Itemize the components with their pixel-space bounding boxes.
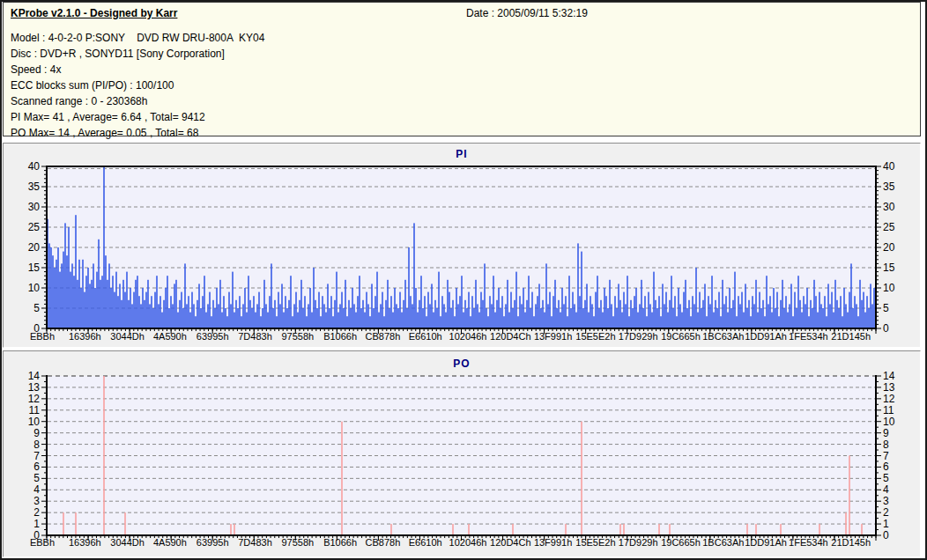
- svg-text:1: 1: [883, 518, 889, 530]
- svg-text:E6610h: E6610h: [409, 331, 442, 342]
- svg-text:EBBh: EBBh: [30, 331, 55, 342]
- svg-text:19C665h: 19C665h: [661, 537, 701, 548]
- svg-text:35: 35: [28, 181, 41, 193]
- kprobe-window: KProbe v2.1.0 - Designed by Karr Date : …: [0, 0, 927, 560]
- svg-text:1FE534h: 1FE534h: [789, 537, 828, 548]
- svg-text:EBBh: EBBh: [30, 537, 55, 548]
- svg-text:15E5E2h: 15E5E2h: [575, 331, 615, 342]
- svg-text:10: 10: [883, 416, 895, 428]
- svg-text:B1066h: B1066h: [323, 331, 357, 342]
- svg-text:11: 11: [29, 404, 41, 416]
- svg-text:1: 1: [33, 518, 40, 530]
- svg-text:25: 25: [28, 221, 41, 233]
- info-ecc-blocks: ECC blocks sum (PI/PO) : 100/100: [11, 79, 174, 92]
- svg-text:16396h: 16396h: [69, 331, 101, 342]
- pi-chart: 00551010151520202525303035354040EBBh1639…: [4, 144, 920, 347]
- svg-text:13: 13: [28, 381, 41, 394]
- svg-text:13F991h: 13F991h: [534, 331, 572, 342]
- svg-text:10: 10: [28, 282, 41, 294]
- info-scanned-range: Scanned range : 0 - 230368h: [11, 95, 147, 107]
- svg-text:CB878h: CB878h: [366, 331, 401, 342]
- svg-text:120D4Ch: 120D4Ch: [490, 331, 530, 342]
- svg-text:5: 5: [883, 302, 889, 314]
- svg-text:1FE534h: 1FE534h: [789, 331, 828, 342]
- svg-text:9: 9: [883, 427, 889, 439]
- svg-text:E6610h: E6610h: [409, 537, 442, 548]
- po-chart-panel: PO 0011223344556677889910101111121213131…: [3, 350, 921, 557]
- svg-text:8: 8: [33, 438, 40, 451]
- svg-text:3: 3: [883, 495, 889, 507]
- svg-text:3044Dh: 3044Dh: [110, 331, 145, 342]
- svg-text:9: 9: [33, 427, 40, 439]
- svg-text:3044Dh: 3044Dh: [110, 537, 145, 548]
- svg-text:5: 5: [33, 472, 40, 484]
- svg-text:7D483h: 7D483h: [238, 331, 272, 342]
- info-model: Model : 4-0-2-0 P:SONY DVD RW DRU-800A K…: [11, 32, 264, 44]
- svg-text:20: 20: [883, 241, 895, 254]
- svg-text:1BC63Ah: 1BC63Ah: [702, 537, 744, 548]
- info-speed: Speed : 4x: [11, 63, 61, 76]
- svg-text:10: 10: [28, 416, 41, 428]
- svg-text:13: 13: [883, 381, 895, 394]
- svg-text:19C665h: 19C665h: [661, 331, 701, 342]
- svg-text:7: 7: [33, 450, 40, 462]
- info-disc: Disc : DVD+R , SONYD11 [Sony Corporation…: [11, 48, 225, 60]
- svg-text:15: 15: [883, 262, 895, 274]
- svg-text:63995h: 63995h: [197, 331, 229, 342]
- svg-text:0: 0: [883, 529, 889, 542]
- svg-text:15E5E2h: 15E5E2h: [575, 537, 615, 548]
- svg-text:13F991h: 13F991h: [534, 537, 572, 548]
- svg-text:120D4Ch: 120D4Ch: [490, 537, 530, 548]
- svg-text:21D145h: 21D145h: [831, 331, 871, 342]
- info-pi-stats: PI Max= 41 , Average= 6.64 , Total= 9412: [11, 111, 205, 123]
- svg-text:6: 6: [33, 461, 40, 473]
- svg-text:17D929h: 17D929h: [619, 537, 658, 548]
- po-chart: 0011223344556677889910101111121213131414…: [4, 351, 920, 556]
- svg-text:14: 14: [883, 370, 895, 382]
- svg-text:CB878h: CB878h: [366, 537, 401, 548]
- svg-text:4A590h: 4A590h: [153, 537, 187, 548]
- svg-text:97558h: 97558h: [281, 331, 314, 342]
- info-po-stats: PO Max= 14 , Average= 0.05 , Total= 68: [11, 127, 198, 139]
- svg-text:14: 14: [28, 370, 41, 382]
- svg-text:12: 12: [28, 393, 41, 405]
- svg-text:5: 5: [883, 472, 889, 484]
- svg-text:17D929h: 17D929h: [619, 331, 658, 342]
- svg-text:B1066h: B1066h: [323, 537, 357, 548]
- scan-info-panel: KProbe v2.1.0 - Designed by Karr Date : …: [3, 2, 921, 136]
- svg-text:25: 25: [883, 221, 895, 233]
- svg-text:1BC63Ah: 1BC63Ah: [702, 331, 744, 342]
- svg-text:102046h: 102046h: [449, 331, 487, 342]
- svg-text:30: 30: [883, 201, 895, 213]
- svg-text:5: 5: [33, 302, 40, 314]
- svg-text:30: 30: [28, 201, 41, 213]
- svg-text:10: 10: [883, 282, 895, 294]
- svg-text:4A590h: 4A590h: [153, 331, 187, 342]
- svg-text:4: 4: [33, 483, 40, 496]
- svg-text:6: 6: [883, 461, 889, 473]
- svg-text:12: 12: [883, 393, 895, 405]
- pi-chart-panel: PI 00551010151520202525303035354040EBBh1…: [3, 143, 921, 348]
- svg-text:63995h: 63995h: [197, 537, 229, 548]
- svg-text:97558h: 97558h: [281, 537, 314, 548]
- svg-text:16396h: 16396h: [69, 537, 101, 548]
- svg-text:8: 8: [883, 438, 889, 451]
- info-header: KProbe v2.1.0 - Designed by Karr Date : …: [4, 3, 920, 24]
- svg-text:35: 35: [883, 181, 895, 193]
- svg-text:4: 4: [883, 483, 889, 496]
- svg-text:2: 2: [33, 506, 40, 519]
- app-title: KProbe v2.1.0 - Designed by Karr: [11, 7, 177, 19]
- svg-text:20: 20: [28, 241, 41, 254]
- svg-text:40: 40: [28, 160, 41, 173]
- svg-text:1DD91Ah: 1DD91Ah: [745, 537, 787, 548]
- svg-text:7: 7: [883, 450, 889, 462]
- svg-text:102046h: 102046h: [449, 537, 487, 548]
- svg-text:2: 2: [883, 506, 889, 519]
- svg-text:21D145h: 21D145h: [831, 537, 871, 548]
- svg-text:7D483h: 7D483h: [238, 537, 272, 548]
- svg-text:15: 15: [28, 262, 41, 274]
- scan-date: Date : 2005/09/11 5:32:19: [466, 7, 588, 19]
- svg-text:0: 0: [883, 322, 889, 335]
- svg-text:1DD91Ah: 1DD91Ah: [745, 331, 787, 342]
- svg-text:11: 11: [883, 404, 894, 416]
